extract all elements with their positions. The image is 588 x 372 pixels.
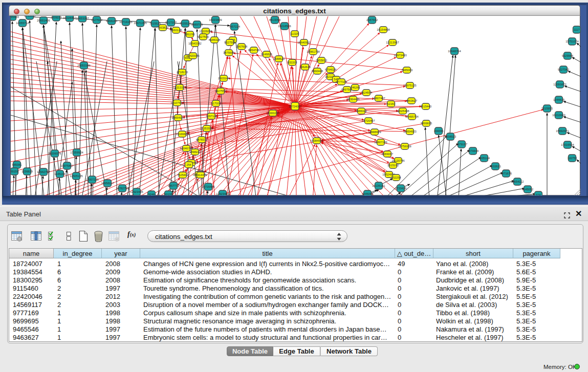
svg-text:10648764: 10648764 [448, 50, 461, 53]
svg-text:1527602: 1527602 [91, 18, 102, 21]
svg-text:9329966: 9329966 [562, 54, 573, 57]
svg-text:116753: 116753 [568, 157, 577, 160]
svg-text:6466160: 6466160 [106, 19, 117, 23]
svg-text:9777109: 9777109 [336, 80, 347, 83]
svg-text:9515440: 9515440 [420, 105, 431, 108]
svg-text:1733426: 1733426 [395, 187, 406, 190]
svg-text:19218506: 19218506 [278, 25, 291, 28]
svg-text:15716485: 15716485 [202, 185, 214, 188]
svg-text:19654923: 19654923 [171, 116, 184, 119]
svg-text:10654112: 10654112 [511, 180, 524, 183]
svg-text:8471676: 8471676 [500, 172, 512, 175]
svg-text:2718170: 2718170 [177, 71, 188, 74]
svg-text:254: 254 [186, 163, 191, 166]
svg-text:3267110: 3267110 [206, 115, 217, 118]
svg-text:6479197: 6479197 [456, 143, 467, 146]
svg-text:9474444: 9474444 [467, 149, 478, 152]
svg-text:7632621: 7632621 [490, 165, 501, 168]
svg-text:12942757: 12942757 [37, 170, 50, 173]
svg-text:13975125: 13975125 [403, 84, 416, 87]
svg-text:14136141: 14136141 [372, 184, 385, 187]
svg-text:9084067: 9084067 [382, 152, 393, 156]
svg-text:12213319: 12213319 [173, 86, 186, 89]
svg-text:6794028: 6794028 [325, 68, 336, 71]
svg-text:50135: 50135 [164, 193, 172, 195]
svg-text:7485063: 7485063 [401, 69, 412, 72]
svg-text:8938923: 8938923 [445, 135, 456, 138]
svg-text:2935114: 2935114 [478, 157, 490, 160]
svg-text:1156829: 1156829 [21, 170, 33, 173]
svg-text:1839221: 1839221 [51, 16, 62, 19]
svg-text:20364436: 20364436 [346, 98, 359, 101]
svg-text:13226058: 13226058 [199, 30, 212, 33]
svg-text:12093872: 12093872 [553, 83, 566, 86]
svg-text:17016504: 17016504 [561, 143, 574, 146]
svg-text:10756928: 10756928 [398, 145, 411, 148]
svg-text:2967608: 2967608 [236, 45, 247, 48]
svg-text:9327500: 9327500 [198, 35, 209, 38]
svg-text:7857224: 7857224 [229, 25, 240, 28]
svg-text:10973493: 10973493 [394, 54, 406, 57]
svg-text:10807487: 10807487 [372, 97, 385, 100]
svg-text:19166829: 19166829 [176, 133, 188, 136]
svg-text:16782759: 16782759 [116, 187, 128, 190]
svg-text:8990448: 8990448 [312, 70, 323, 73]
svg-text:17957225: 17957225 [85, 178, 98, 181]
svg-text:29053346: 29053346 [77, 64, 90, 67]
svg-text:15692971: 15692971 [556, 129, 569, 133]
svg-text:8454749: 8454749 [248, 49, 259, 52]
svg-text:10958117: 10958117 [101, 182, 114, 185]
svg-text:12505135: 12505135 [70, 174, 82, 178]
svg-text:9899695: 9899695 [421, 122, 432, 125]
svg-text:12213967: 12213967 [386, 41, 399, 44]
svg-text:891295: 891295 [185, 33, 195, 36]
svg-text:22420046: 22420046 [186, 54, 199, 57]
svg-text:22455603: 22455603 [11, 16, 19, 18]
svg-text:14914479: 14914479 [194, 173, 207, 177]
svg-text:17359924: 17359924 [70, 151, 83, 154]
svg-text:7625402: 7625402 [177, 173, 188, 177]
svg-text:1498222: 1498222 [189, 150, 201, 154]
svg-text:20691406: 20691406 [37, 19, 50, 22]
svg-text:12923445: 12923445 [130, 190, 143, 193]
svg-text:1362615: 1362615 [299, 65, 311, 69]
svg-text:10025438: 10025438 [396, 110, 409, 113]
svg-text:2803144: 2803144 [218, 77, 229, 80]
svg-text:10228452: 10228452 [63, 16, 76, 19]
svg-text:18724007: 18724007 [289, 105, 301, 108]
svg-text:10543382: 10543382 [188, 42, 201, 45]
svg-text:485081: 485081 [12, 163, 22, 166]
svg-text:11325: 11325 [291, 32, 298, 35]
svg-text:19384554: 19384554 [310, 139, 323, 142]
svg-text:62160: 62160 [387, 102, 395, 105]
svg-text:252254: 252254 [391, 176, 401, 179]
svg-text:9146821: 9146821 [261, 53, 272, 56]
svg-text:3624554: 3624554 [361, 91, 372, 94]
svg-text:1117: 1117 [574, 28, 580, 31]
svg-text:746266: 746266 [351, 86, 360, 89]
svg-text:8489709: 8489709 [191, 23, 203, 26]
svg-text:10688609: 10688609 [368, 130, 381, 134]
svg-text:1244415: 1244415 [553, 98, 564, 101]
svg-text:14055712: 14055712 [16, 21, 29, 25]
svg-text:3215955: 3215955 [541, 107, 553, 110]
svg-text:19654923: 19654923 [403, 130, 416, 133]
svg-text:8813054: 8813054 [269, 18, 280, 21]
svg-text:7986322: 7986322 [356, 110, 367, 113]
svg-text:7663822: 7663822 [157, 26, 168, 29]
svg-text:1615192: 1615192 [387, 164, 399, 167]
svg-text:617004: 617004 [211, 102, 221, 105]
svg-text:3875685: 3875685 [223, 51, 234, 54]
svg-text:832203: 832203 [288, 61, 297, 64]
svg-text:16154808: 16154808 [377, 28, 389, 31]
svg-text:10046768: 10046768 [180, 147, 192, 150]
svg-text:7535524: 7535524 [180, 22, 191, 25]
svg-text:15495754: 15495754 [405, 115, 418, 118]
svg-text:8427552: 8427552 [215, 90, 226, 93]
svg-text:164095: 164095 [434, 129, 444, 133]
svg-text:9246: 9246 [148, 193, 155, 195]
svg-text:2087662: 2087662 [366, 18, 378, 21]
svg-text:11353594: 11353594 [201, 127, 213, 130]
svg-text:924: 924 [536, 193, 541, 195]
svg-text:9245052: 9245052 [522, 188, 533, 191]
